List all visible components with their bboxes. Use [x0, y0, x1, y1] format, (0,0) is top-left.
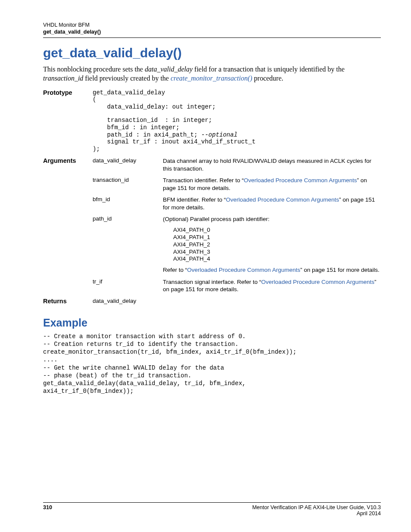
returns-label: Returns: [43, 298, 93, 305]
arg-tid-pre: Transaction identifier. Refer to “: [163, 177, 244, 184]
proto-l2: (: [93, 96, 381, 103]
proto-l4: transaction_id : in integer;: [93, 117, 381, 124]
arg-tid-link[interactable]: Overloaded Procedure Common Arguments: [244, 177, 357, 184]
footer-page-number: 310: [43, 504, 52, 516]
example-code: -- Create a monitor transaction with sta…: [43, 333, 381, 395]
proto-l3: data_valid_delay: out integer;: [93, 103, 381, 111]
path-2: AXI4_PATH_2: [173, 241, 381, 249]
arg-trif-name: tr_if: [93, 278, 163, 293]
returns-value: data_valid_delay: [93, 298, 163, 305]
proto-l6a: path_id : in axi4_path_t;: [93, 131, 201, 138]
path-4: AXI4_PATH_4: [173, 255, 381, 263]
intro-ital2: transaction_id: [43, 75, 83, 82]
arg-bfm-desc: BFM identifier. Refer to “Overloaded Pro…: [163, 196, 381, 211]
proto-l7: signal tr_if : inout axi4_vhd_if_struct_…: [93, 138, 381, 146]
path-list: AXI4_PATH_0 AXI4_PATH_1 AXI4_PATH_2 AXI4…: [173, 227, 381, 263]
example-heading: Example: [43, 317, 381, 329]
definition-table: Prototype get_data_valid_delay ( data_va…: [43, 89, 381, 305]
arg-path-bot-link[interactable]: Overloaded Procedure Common Arguments: [187, 267, 300, 273]
footer-right: Mentor Verification IP AE AXI4-Lite User…: [252, 504, 381, 516]
proto-l5: bfm_id : in integer;: [93, 124, 381, 131]
intro-part4: procedure.: [252, 75, 283, 82]
path-0: AXI4_PATH_0: [173, 227, 381, 234]
intro-part1: This nonblocking procedure sets the: [43, 65, 145, 73]
arg-tid-desc: Transaction identifier. Refer to “Overlo…: [163, 177, 381, 192]
intro-part3: field previously created by the: [83, 75, 171, 82]
footer-date: April 2014: [357, 510, 381, 516]
arg-dvd-desc: Data channel array to hold RVALID/WVALID…: [163, 157, 381, 172]
arg-path-name: path_id: [93, 215, 163, 274]
header-line1: VHDL Monitor BFM: [43, 22, 381, 28]
arg-trif-desc: Transaction signal interface. Refer to “…: [163, 278, 381, 293]
proto-l8: );: [93, 146, 381, 153]
proto-l1: get_data_valid_delay: [93, 89, 381, 96]
proto-blank: [93, 111, 381, 117]
page-title: get_data_valid_delay(): [43, 46, 381, 60]
header-rule: [43, 37, 381, 38]
prototype-code: get_data_valid_delay ( data_valid_delay:…: [93, 89, 381, 153]
arguments-label: Arguments: [43, 157, 93, 172]
prototype-label: Prototype: [43, 89, 93, 153]
intro-ital1: data_valid_delay: [145, 65, 193, 73]
arg-trif-link[interactable]: Overloaded Procedure Common Arguments: [261, 279, 374, 285]
footer-rule: [43, 502, 381, 503]
proto-l6: path_id : in axi4_path_t; --optional: [93, 131, 381, 139]
path-3: AXI4_PATH_3: [173, 249, 381, 256]
intro-part2: field for a transaction that is uniquely…: [193, 65, 345, 73]
arg-path-bot-pre: Refer to “: [163, 267, 187, 273]
running-header: VHDL Monitor BFM get_data_valid_delay(): [43, 22, 381, 36]
arg-trif-pre: Transaction signal interface. Refer to “: [163, 279, 261, 285]
intro-link[interactable]: create_monitor_transaction(): [171, 75, 252, 82]
intro-paragraph: This nonblocking procedure sets the data…: [43, 65, 381, 83]
footer-guide-title: Mentor Verification IP AE AXI4-Lite User…: [252, 504, 381, 510]
path-1: AXI4_PATH_1: [173, 234, 381, 241]
proto-l6b: --optional: [201, 131, 237, 138]
arg-bfm-link[interactable]: Overloaded Procedure Common Arguments: [226, 196, 339, 203]
arg-dvd-name: data_valid_delay: [93, 157, 163, 172]
header-line2: get_data_valid_delay(): [43, 28, 381, 35]
arg-bfm-pre: BFM identifier. Refer to “: [163, 196, 226, 203]
page-footer: 310 Mentor Verification IP AE AXI4-Lite …: [43, 502, 381, 516]
arg-path-desc: (Optional) Parallel process path identif…: [163, 215, 381, 274]
arg-tid-name: transaction_id: [93, 177, 163, 192]
arg-path-bot-post: ” on page 151 for more details.: [300, 267, 380, 273]
arg-bfm-name: bfm_id: [93, 196, 163, 211]
arg-path-top: (Optional) Parallel process path identif…: [163, 216, 270, 222]
page: VHDL Monitor BFM get_data_valid_delay() …: [0, 0, 411, 532]
